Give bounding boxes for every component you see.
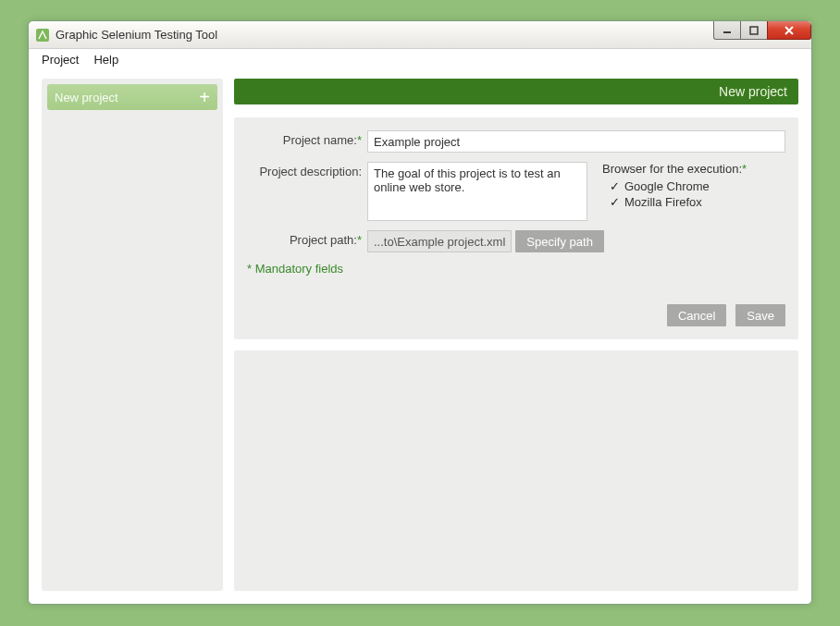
- sidebar-new-project-label: New project: [55, 91, 118, 104]
- close-icon: [784, 26, 795, 35]
- menu-help[interactable]: Help: [90, 51, 122, 68]
- sidebar: New project +: [42, 79, 223, 591]
- label-project-name: Project name:*: [247, 130, 367, 147]
- label-project-description: Project description:: [247, 162, 367, 178]
- row-project-path: Project path:* ...to\Example project.xml…: [247, 230, 785, 252]
- window-title: Graphic Selenium Testing Tool: [56, 28, 217, 42]
- app-window: Graphic Selenium Testing Tool Project He…: [28, 20, 812, 605]
- workarea: New project + New project Project name:*…: [29, 69, 811, 604]
- textarea-project-description[interactable]: [367, 162, 587, 221]
- browser-chrome-label: Google Chrome: [624, 179, 710, 193]
- menubar: Project Help: [29, 49, 811, 69]
- cancel-button[interactable]: Cancel: [667, 304, 726, 326]
- section-header: New project: [234, 79, 798, 104]
- browsers-group: Browser for the execution:* ✓Google Chro…: [602, 162, 747, 211]
- minimize-button[interactable]: [713, 21, 741, 40]
- form-panel: Project name:* Project description: Brow…: [234, 117, 798, 339]
- checkmark-icon: ✓: [608, 195, 621, 209]
- save-button[interactable]: Save: [735, 304, 785, 326]
- browser-option-firefox[interactable]: ✓Mozilla Firefox: [608, 195, 747, 209]
- maximize-button[interactable]: [740, 21, 768, 40]
- required-mark: *: [357, 233, 362, 247]
- maximize-icon: [749, 26, 759, 35]
- svg-rect-1: [723, 31, 731, 33]
- row-project-description: Project description: Browser for the exe…: [247, 162, 785, 221]
- svg-rect-2: [750, 27, 758, 34]
- app-icon: [35, 28, 50, 43]
- menu-project[interactable]: Project: [38, 51, 82, 68]
- label-project-path: Project path:*: [247, 230, 367, 247]
- mandatory-note: * Mandatory fields: [247, 262, 785, 276]
- label-browsers: Browser for the execution:*: [602, 162, 747, 176]
- close-button[interactable]: [767, 21, 811, 40]
- plus-icon: +: [199, 88, 210, 106]
- window-controls: [714, 21, 811, 40]
- required-mark: *: [357, 133, 362, 147]
- empty-panel: [234, 350, 798, 591]
- input-project-name[interactable]: [367, 130, 785, 153]
- browser-firefox-label: Mozilla Firefox: [624, 195, 702, 209]
- row-project-name: Project name:*: [247, 130, 785, 153]
- browser-option-chrome[interactable]: ✓Google Chrome: [608, 179, 747, 193]
- action-buttons: Cancel Save: [663, 304, 785, 326]
- specify-path-button[interactable]: Specify path: [515, 230, 604, 252]
- section-title: New project: [719, 84, 787, 99]
- path-display: ...to\Example project.xml: [367, 230, 512, 252]
- minimize-icon: [723, 26, 732, 35]
- sidebar-new-project-button[interactable]: New project +: [47, 84, 217, 110]
- required-mark: *: [742, 162, 747, 176]
- checkmark-icon: ✓: [608, 179, 621, 193]
- titlebar[interactable]: Graphic Selenium Testing Tool: [29, 21, 811, 49]
- main-pane: New project Project name:* Project descr…: [234, 79, 798, 591]
